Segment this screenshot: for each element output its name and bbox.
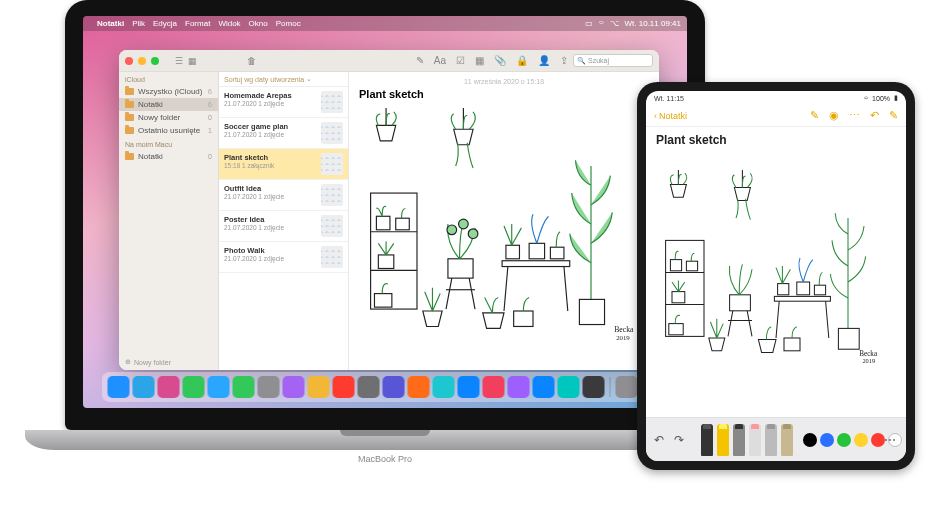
dock-app-icon[interactable] xyxy=(333,376,355,398)
markup-icon[interactable]: ✎ xyxy=(810,109,819,122)
dock-app-icon[interactable] xyxy=(283,376,305,398)
svg-rect-9 xyxy=(374,294,391,308)
dock-app-icon[interactable] xyxy=(133,376,155,398)
delete-note-icon[interactable]: 🗑 xyxy=(247,56,256,66)
note-subtitle: 15:18 1 załącznik xyxy=(224,162,317,169)
dock-app-icon[interactable] xyxy=(558,376,580,398)
menubar-item[interactable]: Okno xyxy=(249,19,268,28)
collaborate-icon[interactable]: 👤 xyxy=(538,55,550,66)
dock-app-icon[interactable] xyxy=(583,376,605,398)
note-title: Soccer game plan xyxy=(224,122,317,131)
dock-app-icon[interactable] xyxy=(183,376,205,398)
menubar-item[interactable]: Format xyxy=(185,19,210,28)
camera-icon[interactable]: ◉ xyxy=(829,109,839,122)
svg-rect-34 xyxy=(669,324,683,335)
dock-app-icon[interactable] xyxy=(533,376,555,398)
dock-app-icon[interactable] xyxy=(616,376,638,398)
color-yellow[interactable] xyxy=(854,433,868,447)
menubar-item[interactable]: Plik xyxy=(132,19,145,28)
sidebar-item-new-folder[interactable]: Nowy folder 0 xyxy=(119,111,218,124)
note-list-item[interactable]: Photo Walk21.07.2020 1 zdjęcie xyxy=(219,242,348,273)
sidebar-item-count: 0 xyxy=(208,114,212,121)
macbook-bezel: Notatki Plik Edycja Format Widok Okno Po… xyxy=(65,0,705,430)
macbook-desktop: Notatki Plik Edycja Format Widok Okno Po… xyxy=(83,16,687,408)
ipad-note-title: Plant sketch xyxy=(656,133,896,147)
dock-app-icon[interactable] xyxy=(483,376,505,398)
note-list-item[interactable]: Homemade Arepas21.07.2020 1 zdjęcie xyxy=(219,87,348,118)
sidebar-section-label: Na moim Macu xyxy=(119,137,218,150)
eraser-tool[interactable] xyxy=(749,424,761,456)
sidebar-item-label: Notatki xyxy=(138,100,163,109)
sort-dropdown[interactable]: Sortuj wg daty utworzenia ⌄ xyxy=(219,72,348,87)
menubar-item[interactable]: Edycja xyxy=(153,19,177,28)
sidebar-item-local-notes[interactable]: Notatki 0 xyxy=(119,150,218,163)
window-minimize-button[interactable] xyxy=(138,57,146,65)
checklist-icon[interactable]: ☑ xyxy=(456,55,465,66)
battery-icon[interactable]: ▭ xyxy=(585,19,593,28)
dock-app-icon[interactable] xyxy=(383,376,405,398)
dock-app-icon[interactable] xyxy=(208,376,230,398)
dock-app-icon[interactable] xyxy=(108,376,130,398)
window-close-button[interactable] xyxy=(125,57,133,65)
ruler-tool[interactable] xyxy=(781,424,793,456)
color-green[interactable] xyxy=(837,433,851,447)
dock-app-icon[interactable] xyxy=(458,376,480,398)
dock-app-icon[interactable] xyxy=(433,376,455,398)
chevron-down-icon: ⌄ xyxy=(306,75,312,83)
ipad-status-bar: Wt. 11:15 ⌔ 100% ▮ xyxy=(646,91,906,105)
dock-app-icon[interactable] xyxy=(258,376,280,398)
format-icon[interactable]: Aa xyxy=(434,55,446,66)
attach-icon[interactable]: 📎 xyxy=(494,55,506,66)
pencil-tool[interactable] xyxy=(733,424,745,456)
color-blue[interactable] xyxy=(820,433,834,447)
dock-app-icon[interactable] xyxy=(158,376,180,398)
view-grid-icon[interactable]: ▦ xyxy=(188,56,197,66)
dock-app-icon[interactable] xyxy=(408,376,430,398)
sidebar-item-all-icloud[interactable]: Wszystko (iCloud) 6 xyxy=(119,85,218,98)
view-list-icon[interactable]: ☰ xyxy=(175,56,183,66)
note-editor[interactable]: 11 września 2020 o 15:18 Plant sketch xyxy=(349,72,659,370)
note-subtitle: 21.07.2020 1 zdjęcie xyxy=(224,131,317,138)
lasso-tool[interactable] xyxy=(765,424,777,456)
svg-rect-42 xyxy=(778,284,789,295)
sidebar-item-notes[interactable]: Notatki 6 xyxy=(119,98,218,111)
more-button[interactable]: ⋯ xyxy=(882,432,898,448)
new-note-icon[interactable]: ✎ xyxy=(889,109,898,122)
control-center-icon[interactable]: ⌥ xyxy=(610,19,619,28)
note-list-item[interactable]: Soccer game plan21.07.2020 1 zdjęcie xyxy=(219,118,348,149)
ipad-note-editor[interactable]: Plant sketch xyxy=(646,127,906,417)
dock-app-icon[interactable] xyxy=(308,376,330,398)
undo-button[interactable]: ↶ xyxy=(651,432,667,448)
ipad-clock: Wt. 11:15 xyxy=(654,95,684,102)
share-icon[interactable]: ⇪ xyxy=(560,55,568,66)
menubar-item[interactable]: Pomoc xyxy=(276,19,301,28)
sidebar-item-count: 6 xyxy=(208,101,212,108)
sidebar-item-trash[interactable]: Ostatnio usunięte 1 xyxy=(119,124,218,137)
window-zoom-button[interactable] xyxy=(151,57,159,65)
svg-text:2019: 2019 xyxy=(616,334,630,341)
table-icon[interactable]: ▦ xyxy=(475,55,484,66)
color-black[interactable] xyxy=(803,433,817,447)
new-folder-button[interactable]: ⊕ Nowy folder xyxy=(119,354,218,370)
macos-dock xyxy=(102,372,669,402)
wifi-icon[interactable]: ⌔ xyxy=(599,19,604,28)
search-field[interactable]: 🔍 Szukaj xyxy=(573,54,653,67)
marker-tool[interactable] xyxy=(717,424,729,456)
more-icon[interactable]: ⋯ xyxy=(849,109,860,122)
lock-icon[interactable]: 🔒 xyxy=(516,55,528,66)
dock-app-icon[interactable] xyxy=(233,376,255,398)
dock-app-icon[interactable] xyxy=(508,376,530,398)
redo-button[interactable]: ↷ xyxy=(671,432,687,448)
new-note-icon[interactable]: ✎ xyxy=(416,55,424,66)
note-list-item[interactable]: Outfit Idea21.07.2020 1 zdjęcie xyxy=(219,180,348,211)
undo-icon[interactable]: ↶ xyxy=(870,109,879,122)
menubar-app-name[interactable]: Notatki xyxy=(97,19,124,28)
back-button[interactable]: ‹ Notatki xyxy=(654,111,687,121)
note-list-item[interactable]: Plant sketch15:18 1 załącznik xyxy=(219,149,348,180)
pen-tool[interactable] xyxy=(701,424,713,456)
menubar-item[interactable]: Widok xyxy=(218,19,240,28)
note-list-item[interactable]: Poster Idea21.07.2020 1 zdjęcie xyxy=(219,211,348,242)
sidebar-item-count: 1 xyxy=(208,127,212,134)
dock-app-icon[interactable] xyxy=(358,376,380,398)
menubar-clock[interactable]: Wt. 10.11 09:41 xyxy=(625,19,681,28)
